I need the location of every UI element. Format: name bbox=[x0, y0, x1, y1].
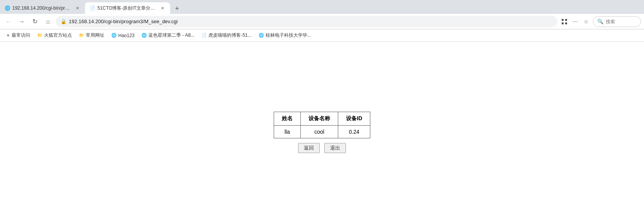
table-header-name: 姓名 bbox=[274, 112, 301, 126]
bookmark-51cto[interactable]: 📄 虎皮喵喵的博客-51... bbox=[198, 31, 254, 40]
table-header-row: 姓名 设备名称 设备ID bbox=[274, 112, 370, 126]
lock-icon: 🔒 bbox=[61, 19, 66, 24]
globe-icon-2: 🌐 bbox=[141, 33, 147, 38]
bookmark-common[interactable]: 📁 常用网址 bbox=[76, 31, 107, 40]
bookmark-hao123[interactable]: 🌐 Hao123 bbox=[108, 31, 138, 40]
bookmark-zuichang-label: 最常访问 bbox=[12, 32, 30, 39]
nav-bar: ← → ↻ ⌂ 🔒 192.168.14.200/cgi-bin/program… bbox=[0, 14, 644, 29]
new-tab-button[interactable]: + bbox=[172, 3, 182, 14]
star-icon: ★ bbox=[6, 33, 10, 38]
forward-button[interactable]: → bbox=[16, 16, 27, 27]
globe-icon-1: 🌐 bbox=[111, 33, 117, 38]
tab-1-favicon: 🌐 bbox=[5, 5, 10, 11]
bookmark-guilin[interactable]: 🌐 桂林电子科技大学毕... bbox=[256, 31, 314, 40]
svg-rect-2 bbox=[562, 22, 564, 24]
search-icon: 🔍 bbox=[597, 19, 603, 24]
menu-button[interactable]: ⋯ bbox=[571, 17, 580, 26]
doc-icon: 📄 bbox=[201, 33, 207, 38]
tab-2-favicon: 📄 bbox=[90, 5, 95, 11]
toolbar-right: ​ ⋯ ☆ bbox=[560, 17, 591, 26]
bookmark-zuichang[interactable]: ★ 最常访问 bbox=[3, 31, 33, 40]
home-button[interactable]: ⌂ bbox=[43, 16, 53, 27]
grid-icon-button[interactable]: ​ bbox=[560, 17, 569, 26]
reload-button[interactable]: ↻ bbox=[29, 16, 40, 27]
table-header-device-name: 设备名称 bbox=[301, 112, 338, 126]
bookmark-firefox[interactable]: 📁 火狐官方站点 bbox=[34, 31, 75, 40]
tab-1[interactable]: 🌐 192.168.14.200/cgi-bin/program... ✕ bbox=[0, 2, 85, 14]
tab-2-close[interactable]: ✕ bbox=[159, 5, 165, 11]
search-input[interactable] bbox=[606, 19, 637, 24]
bookmark-blue-planet[interactable]: 🌐 蓝色星球第二季 - A8... bbox=[138, 31, 198, 40]
browser-chrome: 🌐 192.168.14.200/cgi-bin/program... ✕ 📄 … bbox=[0, 0, 644, 223]
svg-rect-3 bbox=[565, 22, 567, 24]
exit-button[interactable]: 退出 bbox=[324, 143, 346, 153]
star-button[interactable]: ☆ bbox=[581, 17, 591, 26]
bookmarks-bar: ★ 最常访问 📁 火狐官方站点 📁 常用网址 🌐 Hao123 🌐 蓝色星球第二… bbox=[0, 29, 644, 42]
bookmark-blue-planet-label: 蓝色星球第二季 - A8... bbox=[148, 32, 194, 39]
tab-bar: 🌐 192.168.14.200/cgi-bin/program... ✕ 📄 … bbox=[0, 0, 644, 14]
bookmark-guilin-label: 桂林电子科技大学毕... bbox=[266, 32, 311, 39]
table-header-device-id: 设备ID bbox=[338, 112, 370, 126]
page-content: 姓名 设备名称 设备ID lla cool 0.24 返回 退出 bbox=[0, 42, 644, 223]
globe-icon-3: 🌐 bbox=[259, 33, 264, 38]
table-cell-device-id: 0.24 bbox=[338, 126, 370, 138]
svg-rect-1 bbox=[565, 19, 567, 21]
tab-2-title: 51CTO博客-原创IT文章分享平... bbox=[97, 5, 157, 12]
bookmark-hao123-label: Hao123 bbox=[118, 33, 135, 38]
data-table: 姓名 设备名称 设备ID lla cool 0.24 bbox=[274, 112, 370, 138]
folder-icon-2: 📁 bbox=[79, 33, 84, 38]
tab-1-close[interactable]: ✕ bbox=[74, 5, 80, 11]
bookmark-common-label: 常用网址 bbox=[86, 32, 104, 39]
main-container: 姓名 设备名称 设备ID lla cool 0.24 返回 退出 bbox=[274, 112, 370, 153]
url-text: 192.168.14.200/cgi-bin/program3/M_see_de… bbox=[69, 19, 552, 24]
back-page-button[interactable]: 返回 bbox=[298, 143, 320, 153]
search-box[interactable]: 🔍 bbox=[593, 16, 641, 27]
bookmark-firefox-label: 火狐官方站点 bbox=[44, 32, 72, 39]
table-row: lla cool 0.24 bbox=[274, 126, 370, 138]
tab-1-title: 192.168.14.200/cgi-bin/program... bbox=[12, 5, 72, 11]
folder-icon-1: 📁 bbox=[37, 33, 43, 38]
table-cell-name: lla bbox=[274, 126, 301, 138]
table-cell-device-name: cool bbox=[301, 126, 338, 138]
svg-rect-0 bbox=[562, 19, 564, 21]
button-row: 返回 退出 bbox=[298, 143, 346, 153]
tab-2[interactable]: 📄 51CTO博客-原创IT文章分享平... ✕ bbox=[85, 2, 170, 14]
address-bar[interactable]: 🔒 192.168.14.200/cgi-bin/program3/M_see_… bbox=[56, 16, 557, 27]
bookmark-51cto-label: 虎皮喵喵的博客-51... bbox=[208, 32, 251, 39]
back-button[interactable]: ← bbox=[3, 16, 14, 27]
